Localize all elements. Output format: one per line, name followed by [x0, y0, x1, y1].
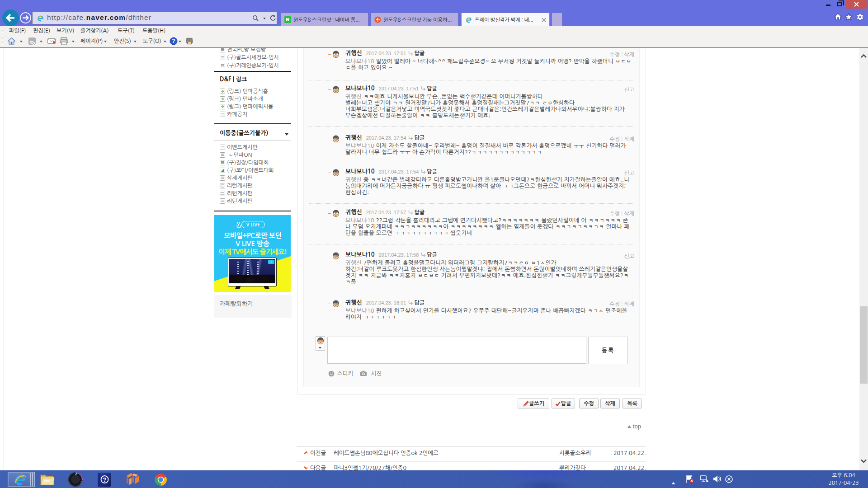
svg-text:?: ? [172, 38, 175, 44]
svg-text:?: ? [103, 476, 107, 483]
